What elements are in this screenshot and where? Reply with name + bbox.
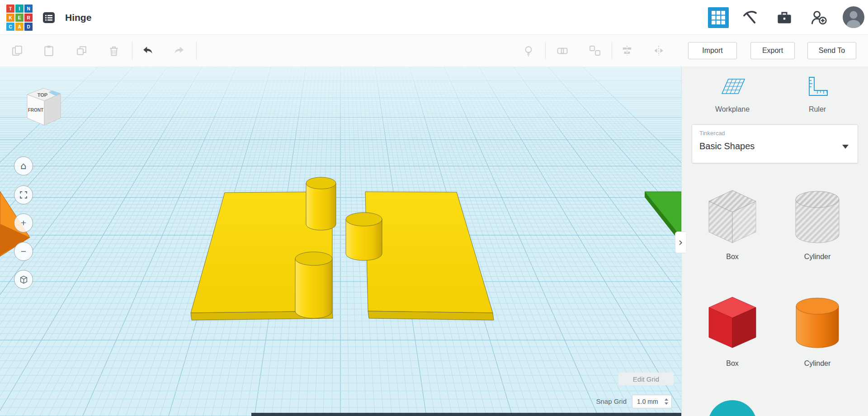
logo-letter: K <box>6 14 14 22</box>
zoom-in-button[interactable]: + <box>14 213 33 232</box>
snap-grid-value: 1.0 mm <box>637 398 658 405</box>
stepper-down-icon[interactable] <box>665 402 668 405</box>
pickaxe-icon <box>741 9 759 26</box>
align-icon <box>621 44 633 57</box>
shape-label: Cylinder <box>781 359 854 368</box>
view-cube-top-label: TOP <box>38 92 47 98</box>
box-hole-icon <box>705 188 760 246</box>
shape-label: Box <box>696 359 769 368</box>
perspective-cube-icon <box>19 275 28 284</box>
grid-view-button[interactable] <box>708 7 729 28</box>
cylinder-icon <box>793 293 842 352</box>
shape-label: Cylinder <box>781 253 854 261</box>
paste-icon <box>42 44 55 57</box>
viewport-3d[interactable]: TOP FRONT ⌂ + − Edit Grid Snap Grid 1.0 … <box>0 66 681 416</box>
chevron-right-icon: › <box>679 236 683 249</box>
ungroup-icon <box>589 44 601 57</box>
category-name: Basic Shapes <box>699 141 755 151</box>
avatar-silhouette-icon <box>843 6 864 28</box>
ruler-icon <box>805 75 830 100</box>
toolbar: Import Export Send To <box>0 35 868 66</box>
view-cube[interactable]: TOP FRONT <box>23 84 64 133</box>
shape-item-cylinder[interactable] <box>781 293 854 357</box>
ungroup-button[interactable] <box>589 44 601 57</box>
logo-letter: C <box>6 23 14 31</box>
copy-icon <box>11 44 24 57</box>
workplane-icon <box>718 74 747 99</box>
copy-button[interactable] <box>11 44 24 57</box>
shape-item-partial[interactable] <box>708 400 757 416</box>
knuckle-bottom[interactable] <box>295 252 332 318</box>
export-button[interactable]: Export <box>750 42 795 59</box>
duplicate-icon <box>75 44 88 57</box>
stepper-up-icon[interactable] <box>665 398 668 401</box>
delete-button[interactable] <box>108 44 120 57</box>
toolbar-divider <box>132 42 132 60</box>
fit-view-button[interactable] <box>14 185 33 204</box>
logo-letter: I <box>15 5 24 13</box>
ruler-label: Ruler <box>786 105 849 113</box>
design-title: Hinge <box>65 0 91 35</box>
shape-item-cylinder-hole[interactable] <box>781 188 854 251</box>
toolbar-divider <box>545 42 546 60</box>
home-view-button[interactable]: ⌂ <box>14 156 33 175</box>
fit-view-icon <box>19 191 28 199</box>
workplane-label: Workplane <box>701 105 764 113</box>
knuckle-middle[interactable] <box>346 213 382 260</box>
workplane-tool[interactable] <box>718 74 747 101</box>
toolbar-divider <box>612 42 612 60</box>
lightbulb-icon <box>522 44 535 57</box>
group-button[interactable] <box>556 44 569 57</box>
perspective-toggle-button[interactable] <box>14 270 33 289</box>
collapse-panel-button[interactable]: › <box>675 232 686 253</box>
header: TINKERCAD Hinge <box>0 0 868 35</box>
shapes-panel: Workplane Ruler Tinkercad Basic Shapes B… <box>681 66 868 416</box>
right-plate-top[interactable] <box>365 192 493 313</box>
avatar[interactable] <box>843 6 864 28</box>
duplicate-button[interactable] <box>75 44 88 57</box>
library-name: Tinkercad <box>699 130 725 137</box>
scene <box>0 66 681 416</box>
shape-category-dropdown[interactable]: Tinkercad Basic Shapes <box>692 124 858 163</box>
mirror-button[interactable] <box>652 44 665 57</box>
workplane-front-edge <box>251 413 681 416</box>
shape-item-box-hole[interactable] <box>696 188 769 251</box>
show-all-button[interactable] <box>522 44 535 57</box>
view-cube-front-label: FRONT <box>28 108 43 113</box>
send-to-button[interactable]: Send To <box>807 42 856 59</box>
toolbar-divider <box>196 42 197 60</box>
design-menu-icon <box>42 10 56 25</box>
redo-icon <box>173 44 185 57</box>
right-plate-front[interactable] <box>368 311 494 320</box>
group-icon <box>556 44 569 57</box>
zoom-out-button[interactable]: − <box>14 242 33 261</box>
undo-icon <box>142 44 154 57</box>
logo-letter: R <box>24 14 33 22</box>
edit-grid-button[interactable]: Edit Grid <box>618 373 674 385</box>
knuckle-top[interactable] <box>306 177 336 230</box>
logo-letter: A <box>15 23 24 31</box>
delete-icon <box>108 44 120 57</box>
design-menu-button[interactable] <box>42 10 56 25</box>
logo-letter: E <box>15 14 24 22</box>
snap-grid-label: Snap Grid <box>572 397 627 405</box>
import-button[interactable]: Import <box>688 42 737 59</box>
redo-button[interactable] <box>173 44 185 57</box>
mirror-icon <box>652 44 665 57</box>
logo-letter: D <box>24 23 33 31</box>
cylinder-hole-icon <box>793 188 842 246</box>
tinkercad-logo[interactable]: TINKERCAD <box>6 5 33 31</box>
snap-grid-select[interactable]: 1.0 mm <box>632 395 672 408</box>
align-button[interactable] <box>621 44 633 57</box>
shape-item-box[interactable] <box>696 293 769 357</box>
hinge-model[interactable] <box>191 177 494 320</box>
logo-letter: T <box>6 5 14 13</box>
briefcase-button[interactable] <box>774 7 795 28</box>
grid-view-icon <box>710 9 726 26</box>
ruler-tool[interactable] <box>805 75 830 100</box>
undo-button[interactable] <box>142 44 154 57</box>
paste-button[interactable] <box>42 44 55 57</box>
pickaxe-button[interactable] <box>740 7 760 28</box>
chevron-down-icon <box>842 145 849 149</box>
invite-person-button[interactable] <box>808 7 829 28</box>
